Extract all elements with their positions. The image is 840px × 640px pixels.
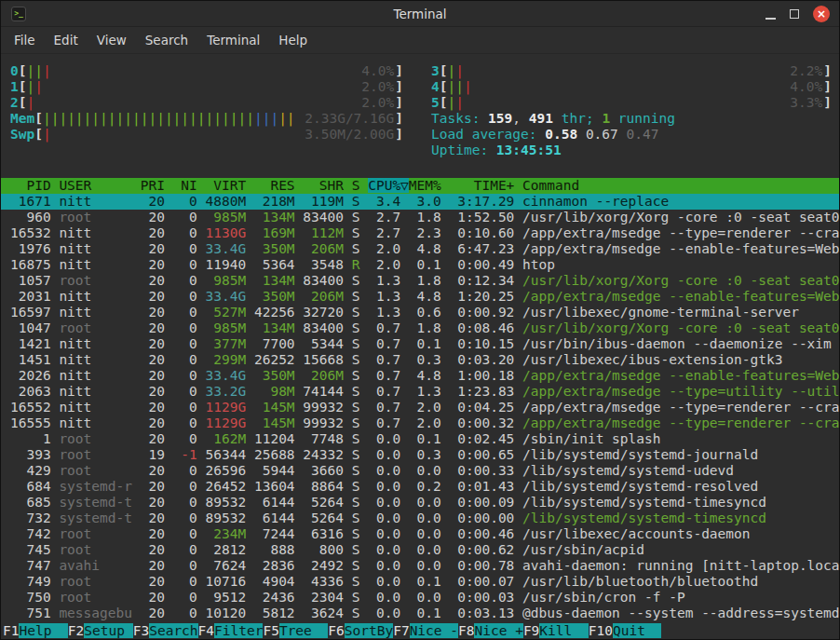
fkey-f6[interactable]: F6SortBy — [328, 623, 393, 638]
process-row-429[interactable]: 429 root 20 0 26596 5944 3660 S 0.0 0.0 … — [1, 463, 839, 479]
cell-virt: 1129G — [206, 415, 254, 430]
col-header-user[interactable]: USER — [59, 178, 140, 193]
process-row-684[interactable]: 684 systemd-r 20 0 26452 13604 8864 S 0.… — [1, 479, 839, 495]
cell-mem: 1.8 — [409, 320, 450, 335]
col-header-res[interactable]: RES — [254, 178, 303, 193]
cell-pid: 684 — [10, 479, 59, 494]
cell-res: 218M — [254, 194, 303, 209]
menu-search[interactable]: Search — [136, 29, 197, 51]
col-header-mem[interactable]: MEM% — [409, 178, 450, 193]
cell-user: nitt — [59, 336, 140, 351]
cell-virt: 377M — [206, 336, 254, 351]
table-header-row: PID USER PRI NI VIRT RES SHR S CPU%▽MEM%… — [1, 178, 839, 194]
meter-value: 2.0% — [361, 79, 394, 95]
menu-view[interactable]: View — [88, 29, 136, 51]
process-row-16597[interactable]: 16597 nitt 20 0 527M 42256 32720 S 1.3 0… — [1, 305, 839, 320]
process-row-685[interactable]: 685 systemd-t 20 0 89532 6144 5264 S 0.0… — [1, 495, 839, 511]
process-row-16552[interactable]: 16552 nitt 20 0 1129G 145M 99932 S 0.7 2… — [1, 400, 839, 415]
col-header-cpu-sorted[interactable]: CPU%▽ — [368, 178, 409, 193]
menu-edit[interactable]: Edit — [45, 29, 88, 51]
menu-terminal[interactable]: Terminal — [197, 29, 269, 51]
cell-user: nitt — [59, 225, 140, 240]
fkey-f4[interactable]: F4Filter — [198, 623, 264, 638]
process-row-751[interactable]: 751 messagebu 20 0 10120 5812 3624 S 0.0… — [1, 606, 839, 621]
terminal-screen[interactable]: 0[|||4.0%]1[||2.0%]2[|2.0%]Mem[|||||||||… — [1, 54, 839, 639]
cell-mem: 0.1 — [409, 574, 450, 589]
process-row-1421[interactable]: 1421 nitt 20 0 377M 7700 5344 S 0.7 0.1 … — [1, 336, 839, 352]
cell-cpu: 0.7 — [368, 368, 409, 383]
process-row-747[interactable]: 747 avahi 20 0 7624 2836 2492 S 0.0 0.0 … — [1, 558, 839, 574]
process-row-16532[interactable]: 16532 nitt 20 0 1130G 169M 112M S 2.7 2.… — [1, 225, 839, 241]
menu-help[interactable]: Help — [269, 29, 317, 51]
cell-user: root — [59, 447, 140, 462]
col-header-command[interactable]: Command — [522, 178, 579, 193]
col-header-state[interactable]: S — [352, 178, 368, 193]
process-row-1671[interactable]: 1671 nitt 20 0 4880M 218M 119M S 3.4 3.0… — [1, 194, 839, 210]
cell-virt: 10716 — [206, 574, 254, 589]
process-row-1976[interactable]: 1976 nitt 20 0 33.4G 350M 206M S 2.0 4.8… — [1, 241, 839, 257]
col-header-ni[interactable]: NI — [173, 178, 206, 193]
running-label: running — [610, 111, 675, 126]
process-row-960[interactable]: 960 root 20 0 985M 134M 83400 S 2.7 1.8 … — [1, 210, 839, 225]
cell-command: htop — [522, 257, 555, 272]
cell-res: 11204 — [254, 431, 303, 446]
process-row-2026[interactable]: 2026 nitt 20 0 33.4G 350M 206M S 0.7 4.8… — [1, 368, 839, 384]
cell-pid: 16875 — [10, 257, 59, 272]
process-row-2063[interactable]: 2063 nitt 20 0 33.2G 98M 74144 S 0.7 1.3… — [1, 384, 839, 400]
col-header-pri[interactable]: PRI — [141, 178, 173, 193]
process-row-393[interactable]: 393 root 19 -1 56344 25688 24332 S 0.0 0… — [1, 447, 839, 463]
cell-res: 6144 — [254, 511, 303, 525]
col-header-virt[interactable]: VIRT — [206, 178, 254, 193]
fkey-f7[interactable]: F7Nice - — [393, 623, 458, 638]
col-header-pid[interactable]: PID — [10, 178, 59, 193]
close-button[interactable]: × — [813, 6, 830, 22]
process-row-745[interactable]: 745 root 20 0 2812 888 800 S 0.0 0.0 0:0… — [1, 542, 839, 558]
menu-file[interactable]: File — [5, 29, 45, 51]
process-row-1[interactable]: 1 root 20 0 162M 11204 7748 S 0.0 0.1 0:… — [1, 431, 839, 447]
fkey-f5[interactable]: F5Tree — [263, 623, 328, 638]
cell-virt: 9512 — [206, 590, 254, 605]
titlebar[interactable]: >_ Terminal × — [1, 1, 839, 27]
cell-time: 0:12.34 — [450, 273, 523, 288]
fkey-f1[interactable]: F1Help — [3, 623, 68, 638]
fkey-f8[interactable]: F8Nice + — [458, 623, 523, 638]
process-row-1451[interactable]: 1451 nitt 20 0 299M 26252 15668 S 0.7 0.… — [1, 352, 839, 368]
fkey-f9[interactable]: F9Kill — [523, 623, 589, 638]
cell-time: 0:00.46 — [450, 526, 523, 541]
meter-segment-green: | — [447, 63, 455, 78]
process-row-1047[interactable]: 1047 root 20 0 985M 134M 83400 S 0.7 1.8… — [1, 320, 839, 336]
cell-command: /usr/lib/xorg/Xorg -core :0 -seat seat0 … — [522, 210, 839, 225]
process-row-732[interactable]: 732 systemd-t 20 0 89532 6144 5264 S 0.0… — [1, 511, 839, 526]
process-row-749[interactable]: 749 root 20 0 10716 4904 4336 S 0.0 0.1 … — [1, 574, 839, 590]
process-row-1057[interactable]: 1057 root 20 0 985M 134M 83400 S 1.3 1.8… — [1, 273, 839, 289]
cell-cpu: 2.0 — [368, 241, 409, 256]
maximize-button[interactable] — [790, 9, 799, 19]
cell-mem: 0.1 — [409, 606, 450, 620]
cell-user: root — [59, 210, 140, 225]
meter-bracket-open: [ — [19, 63, 27, 79]
cell-pri: 20 — [141, 479, 173, 494]
process-row-16555[interactable]: 16555 nitt 20 0 1129G 145M 99932 S 0.7 2… — [1, 415, 839, 431]
terminal-app-icon: >_ — [11, 7, 26, 21]
fkey-f3[interactable]: F3Search — [133, 623, 198, 638]
col-header-shr[interactable]: SHR — [303, 178, 351, 193]
process-row-742[interactable]: 742 root 20 0 234M 7244 6316 S 0.0 0.0 0… — [1, 526, 839, 542]
cell-time: 0:00.32 — [450, 415, 523, 430]
cell-pri: 20 — [141, 336, 173, 351]
fkey-f10[interactable]: F10Quit — [589, 623, 662, 638]
tasks-label: Tasks: — [431, 111, 488, 126]
meter-value: 4.0% — [361, 63, 394, 79]
meter-segment-yellow: || — [278, 111, 294, 126]
cell-state: S — [352, 384, 368, 399]
cell-pri: 20 — [141, 225, 173, 240]
meter-value: 2.33G/7.16G — [305, 111, 394, 127]
cell-cpu: 0.0 — [368, 511, 409, 525]
cell-command: /lib/systemd/systemd-journald — [522, 447, 758, 462]
process-row-750[interactable]: 750 root 20 0 9512 2436 2304 S 0.0 0.0 0… — [1, 590, 839, 606]
minimize-button[interactable] — [765, 9, 776, 20]
cell-user: root — [59, 590, 140, 605]
col-header-time[interactable]: TIME+ — [450, 178, 523, 193]
fkey-f2[interactable]: F2Setup — [68, 623, 133, 638]
process-row-16875[interactable]: 16875 nitt 20 0 11940 5364 3548 R 2.0 0.… — [1, 257, 839, 273]
process-row-2031[interactable]: 2031 nitt 20 0 33.4G 350M 206M S 1.3 4.8… — [1, 289, 839, 305]
